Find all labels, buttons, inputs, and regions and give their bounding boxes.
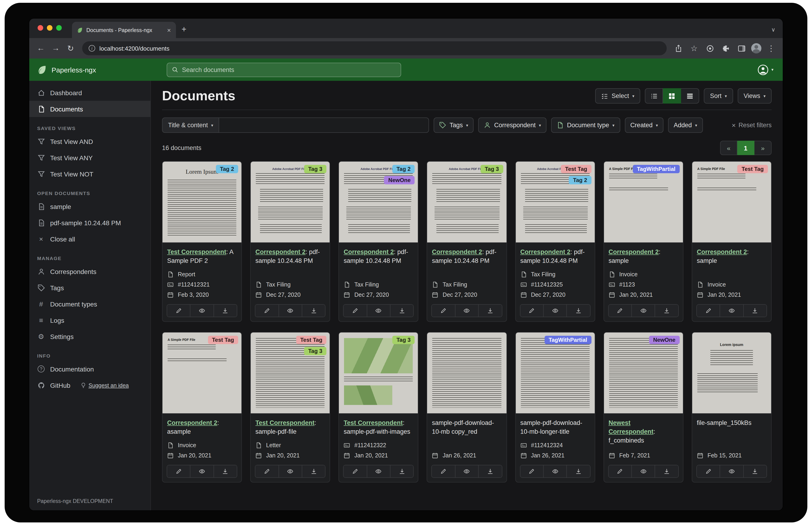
suggest-idea-link[interactable]: Suggest an idea [80, 382, 129, 388]
created-date-row[interactable]: Jan 20, 2021 [167, 452, 237, 459]
tag-badge[interactable]: Tag 3 [480, 165, 503, 173]
document-thumbnail[interactable] [427, 332, 506, 414]
document-type-row[interactable]: Tax Filing [520, 271, 590, 278]
created-date-row[interactable]: Jan 20, 2021 [344, 452, 414, 459]
reload-icon[interactable]: ↻ [64, 42, 77, 54]
created-date-row[interactable]: Jan 20, 2021 [608, 291, 678, 298]
minimize-window-button[interactable] [47, 25, 53, 31]
document-card[interactable]: NewOne Newest Correspondent: f_combineds… [603, 332, 683, 483]
sidebar-item-test-view-any[interactable]: Test View ANY [29, 149, 150, 166]
sidebar-item-logs[interactable]: ≡ Logs [29, 312, 150, 328]
preview-button[interactable] [190, 305, 214, 317]
preview-button[interactable] [720, 305, 743, 317]
document-thumbnail[interactable]: Lorem Ipsum Tag 2 [162, 161, 242, 243]
tag-badge[interactable]: Tag 2 [569, 176, 592, 184]
correspondent-link[interactable]: Correspondent 2 [697, 248, 747, 255]
document-type-row[interactable]: Report [167, 271, 237, 278]
sort-button[interactable]: Sort ▾ [704, 88, 733, 103]
created-date-row[interactable]: Feb 3, 2020 [167, 291, 237, 298]
preview-button[interactable] [190, 465, 214, 477]
tag-badge[interactable]: NewOne [384, 176, 415, 184]
archive-serial-number-row[interactable]: #112412322 [344, 442, 414, 448]
global-search-input[interactable] [182, 66, 396, 73]
preview-button[interactable] [543, 305, 567, 317]
correspondent-link[interactable]: Correspondent 2 [344, 248, 394, 255]
document-card[interactable]: TagWithPartial sample-pdf-download-10-mb… [515, 332, 595, 483]
extensions-puzzle-icon[interactable] [720, 42, 732, 54]
sidebar-item-open-doc-sample[interactable]: sample [29, 198, 150, 215]
preview-button[interactable] [543, 465, 567, 477]
tag-badge[interactable]: TagWithPartial [545, 336, 591, 344]
sidebar-item-documents[interactable]: Documents [29, 101, 150, 117]
tag-badge[interactable]: Test Tag [738, 165, 768, 173]
download-button[interactable] [478, 305, 502, 317]
document-thumbnail[interactable]: Adobe Acrobat PDF Files Tag 3 [427, 161, 506, 243]
download-button[interactable] [214, 305, 237, 317]
share-icon[interactable] [672, 42, 684, 54]
document-thumbnail[interactable]: TagWithPartial [516, 332, 594, 414]
preview-button[interactable] [632, 305, 655, 317]
edit-button[interactable] [608, 305, 632, 317]
preview-button[interactable] [632, 465, 655, 477]
pagination-page-1[interactable]: 1 [737, 141, 754, 155]
tag-badge[interactable]: Test Tag [561, 165, 591, 173]
sidebar-item-open-doc-pdf-sample[interactable]: pdf-sample 10.24.48 PM [29, 215, 150, 231]
sidebar-item-documentation[interactable]: ? Documentation [29, 361, 150, 377]
correspondent-link[interactable]: Test Correspondent [167, 248, 226, 255]
created-date-row[interactable]: Feb 15, 2021 [697, 452, 767, 459]
document-type-row[interactable]: Invoice [697, 282, 767, 288]
grid-view-button[interactable] [663, 88, 681, 103]
document-card[interactable]: Test TagTag 3 Test Correspondent: sample… [250, 332, 330, 483]
edit-button[interactable] [167, 305, 190, 317]
created-date-row[interactable]: Dec 27, 2020 [520, 291, 590, 298]
archive-serial-number-row[interactable]: #112412325 [520, 282, 590, 288]
browser-profile-avatar[interactable] [751, 43, 762, 53]
document-thumbnail[interactable]: Tag 3 [339, 332, 418, 414]
archive-serial-number-row[interactable]: #112412321 [167, 282, 237, 288]
edit-button[interactable] [697, 305, 720, 317]
tag-badge[interactable]: Tag 2 [392, 165, 415, 173]
tag-badge[interactable]: Tag 3 [304, 165, 327, 173]
tag-badge[interactable]: Tag 3 [392, 336, 415, 344]
edit-button[interactable] [608, 465, 632, 477]
new-tab-button[interactable]: + [182, 25, 186, 34]
preview-button[interactable] [455, 465, 478, 477]
correspondent-filter-button[interactable]: Correspondent ▾ [478, 117, 547, 133]
download-button[interactable] [567, 305, 590, 317]
download-button[interactable] [478, 465, 502, 477]
browser-menu-kebab-icon[interactable]: ⋮ [765, 42, 777, 54]
tag-badge[interactable]: Tag 3 [304, 347, 327, 355]
created-date-row[interactable]: Jan 20, 2021 [255, 452, 325, 459]
tab-search-chevron-icon[interactable]: ∨ [771, 27, 775, 33]
filter-field-button[interactable]: Title & content ▾ [162, 117, 219, 133]
tag-badge[interactable]: Test Tag [208, 336, 238, 344]
sidebar-item-test-view-not[interactable]: Test View NOT [29, 166, 150, 182]
document-thumbnail[interactable]: NewOne [604, 332, 683, 414]
sidebar-item-close-all[interactable]: × Close all [29, 231, 150, 247]
document-card[interactable]: Lorem ipsum file-sample_150kBs [692, 332, 772, 483]
correspondent-link[interactable]: Correspondent 2 [432, 248, 482, 255]
preview-button[interactable] [278, 305, 302, 317]
preview-button[interactable] [278, 465, 302, 477]
document-type-row[interactable]: Invoice [167, 442, 237, 448]
details-view-button[interactable] [681, 88, 699, 103]
tab-close-icon[interactable]: × [166, 27, 172, 33]
created-date-row[interactable]: Feb 7, 2021 [608, 452, 678, 459]
download-button[interactable] [390, 305, 414, 317]
document-card[interactable]: Adobe Acrobat PDF Files Tag 3 Correspond… [250, 161, 330, 322]
select-button[interactable]: Select ▾ [595, 88, 640, 103]
browser-extension-icon[interactable] [704, 42, 716, 54]
created-date-row[interactable]: Dec 27, 2020 [432, 291, 502, 298]
tag-badge[interactable]: TagWithPartial [633, 165, 680, 173]
document-thumbnail[interactable]: Adobe Acrobat PDF Files Test TagTag 2 [516, 161, 594, 243]
tag-badge[interactable]: Tag 2 [216, 165, 238, 173]
document-card[interactable]: A Simple PDF File Test Tag Correspondent… [162, 332, 242, 483]
download-button[interactable] [302, 465, 325, 477]
document-card[interactable]: Adobe Acrobat PDF Files Tag 3 Correspond… [427, 161, 507, 322]
created-date-row[interactable]: Jan 26, 2021 [520, 452, 590, 459]
bookmark-star-icon[interactable]: ☆ [688, 42, 700, 54]
document-thumbnail[interactable]: Adobe Acrobat PDF Files Tag 3 [251, 161, 330, 243]
document-card[interactable]: sample-pdf-download-10-mb copy_red Jan 2… [427, 332, 507, 483]
app-brand[interactable]: Paperless-ngx [29, 64, 151, 75]
pagination-prev-button[interactable]: « [720, 141, 737, 155]
